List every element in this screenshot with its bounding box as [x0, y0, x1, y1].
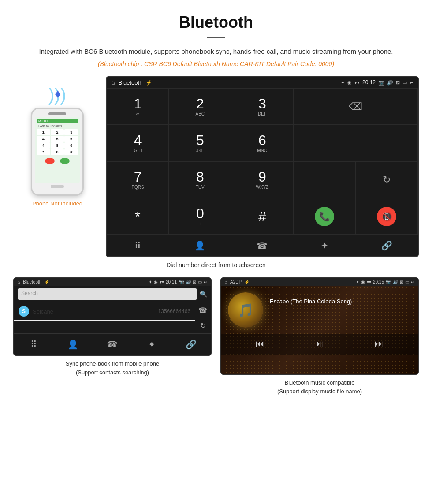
dial-screen-container: ⌂ Bluetooth ⚡ ✦ ◉ ▾▾ 20:12 📷 🔊 ⊠ ▭ ↩	[106, 76, 419, 257]
music-back-icon: ↩	[411, 280, 414, 284]
pb-usb-icon: ⚡	[44, 280, 49, 284]
dial-empty-2	[294, 125, 418, 161]
phone-keypad: 1 2 3 4 5 6 4 8 9 * 0 #	[37, 129, 78, 155]
music-device-screen: ⌂ A2DP ⚡ ✦ ◉ ▾▾ 20:15 📷 🔊 ⊠ ▭ ↩	[220, 277, 419, 375]
pb-home-icon: ⌂	[18, 280, 20, 284]
pb-time: 20:11	[166, 280, 177, 284]
dial-key-3[interactable]: 3 DEF	[231, 88, 293, 125]
phonebook-device-screen: ⌂ Bluetooth ⚡ ✦ ◉ ▾▾ 20:11 📷 🔊 ⊠ ▭ ↩ Sea…	[13, 277, 212, 356]
pb-contact-item[interactable]: S Seicane 13566664466	[14, 302, 195, 321]
pb-caption: Sync phone-book from mobile phone (Suppo…	[13, 359, 212, 377]
pb-nav-link[interactable]: 🔗	[171, 339, 211, 350]
dial-bottom-nav: ⠿ 👤 ☎ ✦ 🔗	[107, 235, 418, 256]
pb-back-icon: ↩	[204, 280, 207, 284]
search-icon[interactable]: 🔍	[200, 291, 207, 298]
end-call-icon: 📵	[381, 211, 392, 222]
pb-content-row: S Seicane 13566664466 ☎ ↻	[14, 302, 211, 333]
pb-nav-phone[interactable]: ☎	[93, 339, 132, 350]
nav-phone[interactable]: ☎	[231, 240, 293, 251]
dial-key-8[interactable]: 8 TUV	[169, 161, 231, 198]
end-call-button[interactable]: 📵	[377, 207, 396, 226]
nav-link[interactable]: 🔗	[356, 240, 418, 251]
search-input[interactable]: Search	[18, 288, 197, 300]
music-time: 20:15	[373, 280, 384, 284]
music-status-title: A2DP	[230, 280, 242, 284]
music-content: 🎵 Escape (The Pina Colada Song)	[221, 286, 418, 334]
pb-loc-icon: ◉	[154, 280, 158, 284]
music-signal-icon: ▾▾	[367, 280, 371, 284]
dial-key-7[interactable]: 7 PQRS	[107, 161, 169, 198]
nav-dialpad[interactable]: ⠿	[107, 240, 169, 251]
dial-empty-1: ⌫	[294, 88, 418, 125]
dial-num-6: 6	[258, 133, 266, 147]
refresh-icon[interactable]: ↻	[383, 174, 391, 186]
pb-nav-contacts[interactable]: 👤	[53, 339, 93, 350]
dial-screen-caption: Dial number direct from touchscreen	[0, 261, 432, 269]
dial-key-1[interactable]: 1 ∞	[107, 88, 169, 125]
call-button[interactable]: 📞	[315, 207, 334, 226]
contact-avatar: S	[19, 306, 29, 317]
status-bar-right: ✦ ◉ ▾▾ 20:12 📷 🔊 ⊠ ▭ ↩	[341, 79, 413, 86]
dial-key-6[interactable]: 6 MNO	[231, 125, 293, 161]
backspace-icon[interactable]: ⌫	[349, 101, 362, 112]
dial-num-star: *	[135, 209, 140, 224]
dial-key-hash[interactable]: #	[231, 198, 293, 235]
contacts-icon: 👤	[194, 240, 205, 251]
title-divider	[207, 37, 225, 38]
phone-icon: ☎	[257, 240, 268, 251]
nav-contacts[interactable]: 👤	[169, 240, 231, 251]
pb-signal-icon: ▾▾	[160, 280, 164, 284]
nav-bluetooth[interactable]: ✦	[294, 240, 356, 251]
music-vol-icon: 🔊	[393, 280, 398, 284]
camera-icon: 📷	[378, 80, 384, 86]
dial-key-0[interactable]: 0 +	[169, 198, 231, 235]
phone-not-included-label: Phone Not Included	[32, 200, 82, 207]
dial-sub-4: GHI	[134, 148, 142, 153]
bluetooth-status-icon: ✦	[341, 80, 345, 86]
pb-contacts-icon: 👤	[67, 339, 78, 350]
pb-nav-dialpad[interactable]: ⠿	[14, 339, 53, 350]
pb-right-icons: ☎ ↻	[195, 302, 211, 333]
dial-sub-5: JKL	[196, 148, 204, 153]
home-icon: ⌂	[111, 79, 115, 86]
contact-name: Seicane	[33, 308, 158, 315]
music-prev-icon[interactable]: ⏮	[256, 339, 264, 349]
dial-sub-1: ∞	[136, 112, 139, 116]
dial-sub-7: PQRS	[131, 185, 144, 190]
status-time: 20:12	[362, 79, 376, 86]
bluetooth-nav-icon: ✦	[321, 240, 328, 251]
pb-nav-bluetooth[interactable]: ✦	[132, 339, 171, 350]
dial-key-9[interactable]: 9 WXYZ	[231, 161, 293, 198]
back-icon: ↩	[410, 80, 413, 86]
dial-num-9: 9	[258, 170, 266, 184]
music-play-icon[interactable]: ⏯	[315, 339, 324, 349]
music-album-art: 🎵	[228, 292, 263, 328]
music-loc-icon: ◉	[361, 280, 365, 284]
phone-end-button	[45, 158, 55, 164]
dial-key-4[interactable]: 4 GHI	[107, 125, 169, 161]
pb-refresh-icon[interactable]: ↻	[200, 321, 206, 330]
music-cam-icon: 📷	[386, 280, 391, 284]
phone-bottom-buttons	[37, 158, 78, 164]
music-next-icon[interactable]: ⏭	[375, 339, 384, 349]
dial-key-star[interactable]: *	[107, 198, 169, 235]
link-icon: 🔗	[381, 240, 392, 251]
pb-caption-line2: (Support contacts searching)	[13, 368, 212, 377]
pb-phone-icon: ☎	[107, 339, 118, 350]
pb-cam-icon: 📷	[179, 280, 184, 284]
pb-caption-line1: Sync phone-book from mobile phone	[13, 359, 212, 368]
dial-key-5[interactable]: 5 JKL	[169, 125, 231, 161]
music-status-right: ✦ ◉ ▾▾ 20:15 📷 🔊 ⊠ ▭ ↩	[356, 280, 414, 284]
dial-num-5: 5	[196, 133, 204, 147]
dial-key-2[interactable]: 2 ABC	[169, 88, 231, 125]
dial-num-1: 1	[134, 97, 142, 111]
dial-sub-6: MNO	[257, 148, 267, 153]
dial-num-3: 3	[258, 97, 266, 111]
screen-icon: ▭	[402, 80, 407, 86]
dial-status-bar: ⌂ Bluetooth ⚡ ✦ ◉ ▾▾ 20:12 📷 🔊 ⊠ ▭ ↩	[107, 77, 418, 88]
usb-icon: ⚡	[146, 80, 152, 86]
dial-sub-0: +	[199, 221, 201, 226]
pb-call-icon[interactable]: ☎	[198, 306, 207, 314]
dial-num-7: 7	[134, 170, 142, 184]
description-text: Integrated with BC6 Bluetooth module, su…	[26, 46, 406, 57]
